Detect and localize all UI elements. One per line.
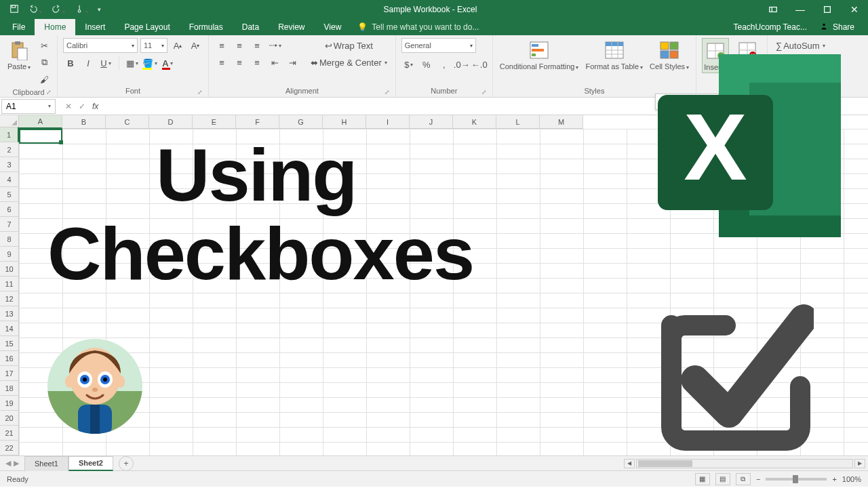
- row-header-4[interactable]: 4: [0, 172, 19, 187]
- tab-file[interactable]: File: [3, 19, 35, 35]
- maximize-icon[interactable]: [814, 0, 841, 19]
- add-sheet-button[interactable]: +: [119, 456, 134, 471]
- row-header-3[interactable]: 3: [0, 157, 19, 172]
- select-all-corner[interactable]: [0, 115, 19, 127]
- copy-button[interactable]: ⧉: [37, 55, 52, 70]
- row-header-6[interactable]: 6: [0, 202, 19, 217]
- font-launcher-icon[interactable]: ⤢: [197, 89, 203, 96]
- ribbon-options-icon[interactable]: [760, 0, 787, 19]
- redo-icon[interactable]: [52, 4, 65, 16]
- font-name-select[interactable]: Calibri▾: [63, 38, 138, 53]
- row-header-16[interactable]: 16: [0, 351, 19, 366]
- comma-format-button[interactable]: ,: [437, 57, 452, 72]
- borders-button[interactable]: ▦: [125, 56, 140, 70]
- merge-center-button[interactable]: ⬌ Merge & Center: [308, 55, 390, 70]
- column-header-M[interactable]: M: [540, 115, 583, 129]
- hscroll-left-icon[interactable]: ◀: [624, 459, 635, 468]
- increase-indent-button[interactable]: ⇥: [285, 55, 300, 70]
- tab-page-layout[interactable]: Page Layout: [115, 19, 179, 35]
- tell-me-search[interactable]: 💡 Tell me what you want to do...: [357, 22, 479, 32]
- row-header-11[interactable]: 11: [0, 277, 19, 291]
- align-center-button[interactable]: ≡: [232, 55, 247, 70]
- conditional-formatting-button[interactable]: Conditional Formatting: [498, 38, 580, 73]
- paste-button[interactable]: Paste: [5, 38, 33, 72]
- tab-data[interactable]: Data: [233, 19, 269, 35]
- account-user[interactable]: TeachUcomp Teac...: [733, 22, 807, 32]
- increase-decimal-button[interactable]: .0→: [454, 57, 469, 72]
- row-header-17[interactable]: 17: [0, 366, 19, 381]
- sheet-nav-next-icon[interactable]: ▶: [14, 459, 19, 468]
- column-header-D[interactable]: D: [149, 115, 193, 129]
- italic-button[interactable]: I: [81, 56, 96, 70]
- tab-insert[interactable]: Insert: [75, 19, 115, 35]
- column-header-E[interactable]: E: [193, 115, 236, 129]
- bold-button[interactable]: B: [63, 56, 78, 70]
- row-header-7[interactable]: 7: [0, 217, 19, 232]
- column-header-C[interactable]: C: [106, 115, 149, 129]
- qat-customize-icon[interactable]: ▾: [98, 6, 101, 13]
- share-button[interactable]: Share: [819, 22, 854, 33]
- format-painter-button[interactable]: 🖌: [37, 72, 52, 87]
- tab-view[interactable]: View: [315, 19, 351, 35]
- name-box[interactable]: A1 ▾: [1, 99, 56, 114]
- column-header-L[interactable]: L: [496, 115, 540, 129]
- decrease-indent-button[interactable]: ⇤: [267, 55, 282, 70]
- column-header-A[interactable]: A: [19, 115, 62, 129]
- row-header-1[interactable]: 1: [0, 127, 19, 142]
- row-header-18[interactable]: 18: [0, 381, 19, 396]
- sheet-tab-sheet1[interactable]: Sheet1: [24, 456, 68, 471]
- row-header-13[interactable]: 13: [0, 306, 19, 321]
- align-bottom-button[interactable]: ≡: [250, 38, 264, 53]
- font-color-button[interactable]: A: [160, 56, 175, 70]
- page-layout-view-button[interactable]: ▤: [715, 473, 730, 485]
- grow-font-button[interactable]: A▴: [170, 38, 185, 53]
- row-header-10[interactable]: 10: [0, 262, 19, 277]
- fx-icon[interactable]: fx: [92, 102, 98, 111]
- zoom-in-button[interactable]: +: [832, 475, 836, 483]
- row-header-19[interactable]: 19: [0, 396, 19, 411]
- tab-home[interactable]: Home: [35, 19, 75, 35]
- align-left-button[interactable]: ≡: [214, 55, 229, 70]
- zoom-slider[interactable]: [766, 478, 827, 481]
- enter-formula-icon[interactable]: ✓: [79, 102, 85, 111]
- number-launcher-icon[interactable]: ⤢: [481, 89, 487, 96]
- sheet-tab-sheet2[interactable]: Sheet2: [68, 456, 113, 471]
- wrap-text-button[interactable]: ↩ Wrap Text: [308, 38, 390, 53]
- row-header-5[interactable]: 5: [0, 187, 19, 202]
- column-header-G[interactable]: G: [279, 115, 323, 129]
- row-header-8[interactable]: 8: [0, 232, 19, 247]
- tab-review[interactable]: Review: [269, 19, 314, 35]
- accounting-format-button[interactable]: $: [401, 57, 416, 72]
- font-size-select[interactable]: 11▾: [140, 38, 167, 53]
- align-middle-button[interactable]: ≡: [232, 38, 247, 53]
- minimize-icon[interactable]: —: [787, 0, 814, 19]
- underline-button[interactable]: U: [98, 56, 113, 70]
- align-right-button[interactable]: ≡: [250, 55, 264, 70]
- decrease-decimal-button[interactable]: ←.0: [472, 57, 487, 72]
- clipboard-launcher-icon[interactable]: ⤢: [46, 89, 52, 96]
- normal-view-button[interactable]: ▦: [695, 473, 710, 485]
- format-as-table-button[interactable]: Format as Table: [584, 38, 644, 73]
- column-header-I[interactable]: I: [366, 115, 410, 129]
- align-top-button[interactable]: ≡: [214, 38, 229, 53]
- touch-mode-icon[interactable]: [75, 4, 88, 16]
- shrink-font-button[interactable]: A▾: [188, 38, 203, 53]
- sheet-nav-prev-icon[interactable]: ◀: [5, 459, 11, 468]
- row-header-9[interactable]: 9: [0, 247, 19, 262]
- row-header-14[interactable]: 14: [0, 321, 19, 336]
- save-icon[interactable]: [9, 4, 19, 16]
- column-header-K[interactable]: K: [453, 115, 496, 129]
- column-header-F[interactable]: F: [236, 115, 279, 129]
- percent-format-button[interactable]: %: [419, 57, 434, 72]
- alignment-launcher-icon[interactable]: ⤢: [384, 89, 390, 96]
- fill-color-button[interactable]: 🪣: [142, 56, 157, 70]
- column-header-J[interactable]: J: [410, 115, 453, 129]
- row-header-12[interactable]: 12: [0, 291, 19, 306]
- orientation-button[interactable]: ⭬: [267, 38, 282, 53]
- zoom-level-label[interactable]: 100%: [842, 475, 861, 483]
- zoom-out-button[interactable]: −: [756, 475, 760, 483]
- hscroll-right-icon[interactable]: ▶: [854, 459, 865, 468]
- row-header-22[interactable]: 22: [0, 441, 19, 455]
- row-header-20[interactable]: 20: [0, 411, 19, 426]
- column-header-H[interactable]: H: [323, 115, 366, 129]
